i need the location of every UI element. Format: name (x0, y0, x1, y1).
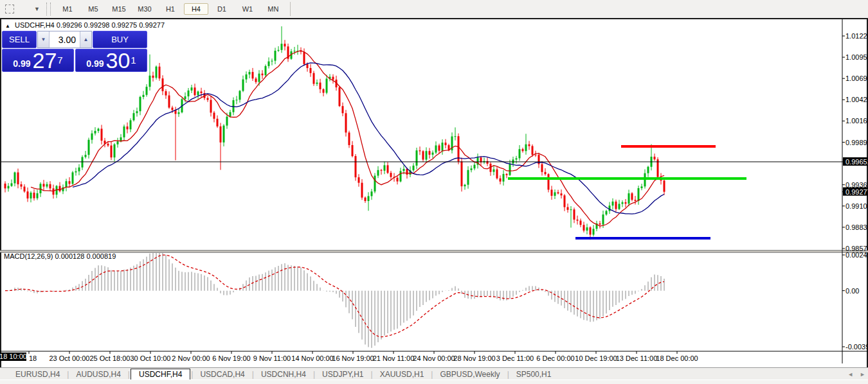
buy-price-prefix: 0.99 (86, 57, 104, 70)
tab-usdcad-h4[interactable]: USDCAD,H4 (194, 369, 251, 380)
tab-separator: | (191, 370, 193, 379)
macd-signal-line (5, 255, 664, 337)
svg-text:6 Dec 00:00: 6 Dec 00:00 (536, 354, 574, 362)
macd-indicator-label: MACD(12,26,9) 0.000128 0.000819 (4, 252, 116, 260)
svg-text:1.00160: 1.00160 (845, 117, 868, 125)
svg-text:0.002492: 0.002492 (845, 251, 868, 259)
tab-scroll-left-icon[interactable]: ◄ (847, 371, 853, 378)
crosshair-select-button[interactable] (3, 2, 17, 16)
svg-text:-0.003913: -0.003913 (845, 343, 868, 351)
macd-values: 0.000128 0.000819 (55, 252, 116, 260)
tab-usdjpy-h1[interactable]: USDJPY,H1 (316, 369, 370, 380)
tab-eurusd-h4[interactable]: EURUSD,H4 (9, 369, 66, 380)
svg-text:3 Dec 11:00: 3 Dec 11:00 (496, 354, 534, 362)
svg-text:16 Nov 19:00: 16 Nov 19:00 (332, 354, 374, 362)
svg-text:28 Nov 19:00: 28 Nov 19:00 (453, 354, 495, 362)
svg-text:0.99651: 0.99651 (845, 158, 868, 166)
arrange-arrows-button[interactable] (19, 2, 33, 16)
buy-price-main: 30 (106, 51, 131, 70)
toolbar-separator (290, 2, 291, 16)
mt4-terminal: ▼ M1M5M15M30H1H4D1W1MN 1.012201.009551.0… (0, 0, 868, 384)
svg-text:25 Oct 18:00: 25 Oct 18:00 (90, 354, 131, 362)
symbol-tab-bar: EURUSD,H4|AUDUSD,H4|USDCHF,H4|USDCAD,H4|… (0, 367, 868, 380)
timeframe-button-w1[interactable]: W1 (235, 3, 260, 15)
tab-separator: | (67, 370, 69, 379)
timeframe-button-m15[interactable]: M15 (107, 3, 131, 15)
svg-text:21 Nov 11:00: 21 Nov 11:00 (373, 354, 415, 362)
svg-text:0.00: 0.00 (845, 287, 859, 295)
svg-text:14 Nov 00:00: 14 Nov 00:00 (291, 354, 333, 362)
tab-scroll-buttons: ◄ ► (847, 368, 865, 380)
volume-decrease-button[interactable]: ▼ (38, 31, 50, 48)
svg-text:1.00425: 1.00425 (845, 96, 868, 103)
sell-price-button[interactable]: 0.99 27 7 (2, 49, 74, 72)
dashed-rect-icon (5, 4, 14, 13)
svg-text:1.00955: 1.00955 (845, 53, 868, 61)
svg-text:30 Oct 10:00: 30 Oct 10:00 (131, 354, 171, 362)
svg-text:9 Nov 11:00: 9 Nov 11:00 (253, 354, 291, 362)
tab-separator: | (431, 370, 433, 379)
tab-gbpusd-weekly[interactable]: GBPUSD,Weekly (433, 369, 506, 380)
svg-text:18 Dec 00:00: 18 Dec 00:00 (656, 354, 698, 362)
timeframe-button-m30[interactable]: M30 (132, 3, 157, 15)
volume-input[interactable]: 3.00 (50, 31, 80, 48)
ohlc-values: 0.99296 0.99298 0.99275 0.99277 (57, 21, 165, 29)
svg-text:0.99100: 0.99100 (845, 202, 868, 210)
svg-text:1.00690: 1.00690 (845, 74, 868, 82)
svg-text:0.99277: 0.99277 (845, 188, 868, 196)
symbol-tabs: EURUSD,H4|AUDUSD,H4|USDCHF,H4|USDCAD,H4|… (9, 369, 557, 380)
tab-scroll-right-icon[interactable]: ► (860, 371, 865, 378)
timeframe-button-mn[interactable]: MN (261, 3, 285, 15)
svg-text:6 Nov 19:00: 6 Nov 19:00 (212, 354, 250, 362)
sell-button[interactable]: SELL (2, 31, 37, 48)
macd-axis[interactable]: 0.0024920.00-0.003913 (842, 251, 868, 351)
sell-price-prefix: 0.99 (13, 57, 30, 70)
sell-price-main: 27 (33, 51, 57, 70)
tab-separator: | (128, 370, 130, 379)
svg-text:2 Nov 00:00: 2 Nov 00:00 (172, 354, 210, 362)
svg-text:24 Nov 00:00: 24 Nov 00:00 (413, 354, 455, 362)
tab-usdcnh-h4[interactable]: USDCNH,H4 (255, 369, 312, 380)
buy-button[interactable]: BUY (93, 31, 147, 48)
svg-text:0.99895: 0.99895 (845, 139, 868, 146)
svg-text:0.98835: 0.98835 (845, 223, 868, 231)
tab-xauusd-h1[interactable]: XAUUSD,H1 (374, 369, 431, 380)
symbol-label: USDCHF,H4 (15, 21, 55, 29)
slow-ma-line (73, 63, 664, 214)
buy-price-button[interactable]: 0.99 30 1 (75, 49, 147, 72)
highlighted-time-label: .18 10:00 (0, 353, 27, 360)
buy-price-pip: 1 (131, 49, 136, 71)
toolbar-grip[interactable] (46, 3, 51, 15)
price-axis[interactable]: 1.012201.009551.006901.004251.001600.998… (842, 32, 868, 252)
volume-field-wrap: ▼ 3.00 ▲ (37, 31, 92, 48)
collapse-triangle-icon[interactable]: ▲ (5, 23, 10, 29)
status-strip (0, 380, 868, 384)
tab-separator: | (507, 370, 509, 379)
svg-text:10 Dec 19:00: 10 Dec 19:00 (575, 354, 617, 362)
timeframe-buttons: M1M5M15M30H1H4D1W1MN (55, 0, 286, 18)
tab-audusd-h4[interactable]: AUDUSD,H4 (69, 369, 127, 380)
time-axis[interactable]: 1823 Oct 00:0025 Oct 18:0030 Oct 10:002 … (0, 351, 698, 362)
sell-price-pip: 7 (57, 49, 62, 71)
volume-increase-button[interactable]: ▲ (80, 31, 91, 48)
chart-title: ▲ USDCHF,H4 0.99296 0.99298 0.99275 0.99… (5, 21, 165, 29)
one-click-trading-panel: SELL ▼ 3.00 ▲ BUY 0.99 27 7 0.99 30 1 (2, 31, 147, 72)
dropdown-caret-icon[interactable]: ▼ (34, 6, 40, 12)
timeframe-button-h1[interactable]: H1 (158, 3, 183, 15)
timeframe-button-d1[interactable]: D1 (210, 3, 234, 15)
svg-text:18: 18 (29, 354, 37, 362)
tab-sp500-h1[interactable]: SP500,H1 (510, 369, 558, 380)
svg-text:13 Dec 11:00: 13 Dec 11:00 (616, 354, 658, 362)
tab-separator: | (371, 370, 373, 379)
svg-text:1.01220: 1.01220 (845, 32, 868, 40)
tab-separator: | (313, 370, 315, 379)
tab-separator: | (252, 370, 254, 379)
timeframe-button-m1[interactable]: M1 (55, 3, 80, 15)
timeframe-button-h4[interactable]: H4 (184, 3, 208, 15)
timeframe-toolbar: ▼ M1M5M15M30H1H4D1W1MN (0, 0, 868, 19)
svg-text:23 Oct 00:00: 23 Oct 00:00 (50, 354, 90, 362)
tab-usdchf-h4[interactable]: USDCHF,H4 (131, 369, 190, 380)
timeframe-button-m5[interactable]: M5 (81, 3, 105, 15)
